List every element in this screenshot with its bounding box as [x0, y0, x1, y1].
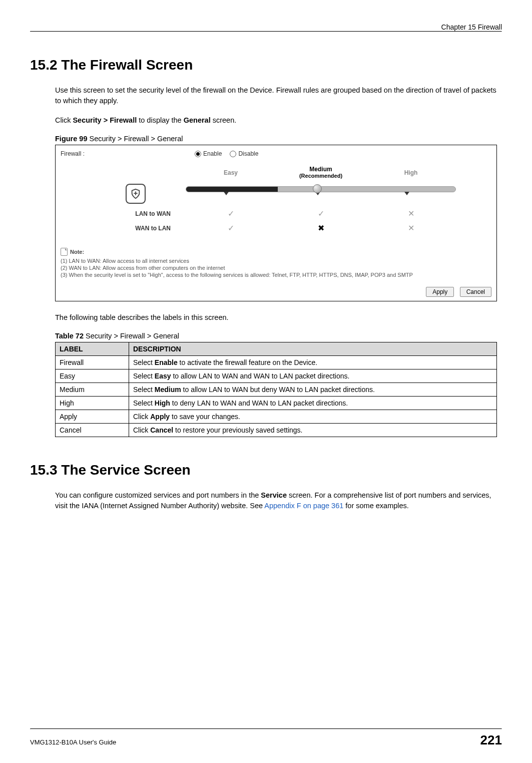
bold-term: High [155, 399, 170, 407]
radio-off-icon [230, 151, 236, 157]
cell-desc: Select Enable to activate the firewall f… [129, 356, 497, 369]
text: Select [133, 372, 155, 380]
figure-99-caption: Figure 99 Security > Firewall > General [30, 135, 502, 143]
table-row: Easy Select Easy to allow LAN to WAN and… [56, 369, 497, 383]
recommended-text: (Recommended) [276, 173, 366, 179]
screen-name-bold: General [184, 116, 211, 124]
medium-text: Medium [309, 166, 332, 173]
cell-desc: Click Cancel to restore your previously … [129, 424, 497, 437]
firewall-enable-radio[interactable]: Enable [195, 150, 222, 157]
cell-desc: Click Apply to save your changes. [129, 410, 497, 424]
header-rule [30, 31, 502, 32]
firewall-radio-group: Enable Disable [195, 150, 258, 157]
radio-on-icon [195, 151, 201, 157]
text: You can configure customized services an… [55, 491, 261, 499]
radio-label: Disable [238, 150, 258, 157]
security-level-slider[interactable] [186, 185, 456, 203]
section-15-2-para1: Use this screen to set the security leve… [30, 85, 502, 106]
text: Select [133, 386, 155, 394]
section-15-2-para2: Click Security > Firewall to display the… [30, 115, 502, 126]
footer-guide-name: VMG1312-B10A User's Guide [30, 738, 116, 746]
cell-desc: Select High to deny LAN to WAN and WAN t… [129, 397, 497, 410]
level-high-header: High [366, 169, 456, 176]
level-easy-header: Easy [186, 169, 276, 176]
text: Click [133, 413, 150, 421]
col-label: LABEL [56, 342, 129, 356]
section-15-2-title: 15.2 The Firewall Screen [30, 57, 502, 73]
note-line-1: (1) LAN to WAN: Allow access to all inte… [61, 258, 491, 264]
bold-term: Easy [155, 372, 171, 380]
section-15-3-title: 15.3 The Service Screen [30, 462, 502, 478]
cross-icon: ✖ [276, 223, 366, 233]
cell-label: Medium [56, 383, 129, 397]
text: Click [133, 426, 150, 434]
text: Select [133, 399, 155, 407]
table-number: Table 72 [55, 332, 84, 340]
check-icon: ✓ [276, 209, 366, 218]
firewall-disable-radio[interactable]: Disable [230, 150, 258, 157]
page-footer: VMG1312-B10A User's Guide 221 [30, 724, 502, 748]
text: to allow LAN to WAN and WAN to LAN packe… [171, 372, 350, 380]
footer-rule [30, 728, 502, 729]
lan-to-wan-label: LAN to WAN [86, 210, 186, 217]
table-row: Medium Select Medium to allow LAN to WAN… [56, 383, 497, 397]
bold-term: Apply [150, 413, 170, 421]
bold-term: Medium [155, 386, 181, 394]
table-72-caption: Table 72 Security > Firewall > General [30, 332, 502, 340]
cell-label: Easy [56, 369, 129, 383]
chapter-header: Chapter 15 Firewall [30, 20, 502, 31]
table-row: High Select High to deny LAN to WAN and … [56, 397, 497, 410]
cell-desc: Select Easy to allow LAN to WAN and WAN … [129, 369, 497, 383]
cell-label: Firewall [56, 356, 129, 369]
table-row: Apply Click Apply to save your changes. [56, 410, 497, 424]
level-medium-header: Medium (Recommended) [276, 166, 366, 179]
table-header-row: LABEL DESCRIPTION [56, 342, 497, 356]
after-figure-text: The following table describes the labels… [30, 312, 502, 323]
screen-name-bold: Service [261, 491, 287, 499]
figure-number: Figure 99 [55, 135, 87, 143]
note-line-2: (2) WAN to LAN: Allow access from other … [61, 265, 491, 271]
figure-99-panel: Firewall : Enable Disable Easy Medium (R… [55, 145, 497, 301]
cell-desc: Select Medium to allow LAN to WAN but de… [129, 383, 497, 397]
col-description: DESCRIPTION [129, 342, 497, 356]
cross-icon: ✕ [366, 223, 456, 233]
note-line-3: (3) When the security level is set to "H… [61, 272, 491, 278]
text: to allow LAN to WAN but deny WAN to LAN … [181, 386, 375, 394]
firewall-label: Firewall : [61, 150, 85, 157]
check-icon: ✓ [186, 209, 276, 218]
figure-note-block: Note: (1) LAN to WAN: Allow access to al… [61, 248, 491, 278]
apply-button[interactable]: Apply [426, 287, 454, 297]
text: to activate the firewall feature on the … [178, 358, 317, 366]
breadcrumb-bold: Security > Firewall [73, 116, 137, 124]
bold-term: Cancel [150, 426, 173, 434]
shield-icon [126, 184, 146, 204]
text: to deny LAN to WAN and WAN to LAN packet… [170, 399, 348, 407]
slider-tick-icon [224, 192, 229, 195]
table-title: Security > Firewall > General [84, 332, 179, 340]
check-icon: ✓ [186, 223, 276, 233]
table-72: LABEL DESCRIPTION Firewall Select Enable… [55, 342, 497, 437]
cell-label: Apply [56, 410, 129, 424]
cross-icon: ✕ [366, 209, 456, 218]
cancel-button[interactable]: Cancel [460, 287, 491, 297]
text: for some examples. [343, 502, 409, 510]
cell-label: High [56, 397, 129, 410]
table-row: Firewall Select Enable to activate the f… [56, 356, 497, 369]
appendix-f-link[interactable]: Appendix F on page 361 [264, 502, 343, 510]
page-number: 221 [480, 732, 502, 748]
text: to restore your previously saved setting… [173, 426, 302, 434]
note-page-icon [61, 248, 68, 256]
slider-tick-icon [404, 192, 409, 195]
figure-title: Security > Firewall > General [87, 135, 183, 143]
cell-label: Cancel [56, 424, 129, 437]
note-title: Note: [70, 249, 84, 255]
text: Click [55, 116, 73, 124]
table-row: Cancel Click Cancel to restore your prev… [56, 424, 497, 437]
text: to save your changes. [170, 413, 240, 421]
radio-label: Enable [203, 150, 222, 157]
text: Select [133, 358, 155, 366]
text: screen. [211, 116, 237, 124]
wan-to-lan-label: WAN to LAN [86, 225, 186, 232]
bold-term: Enable [155, 358, 178, 366]
section-15-3-para: You can configure customized services an… [30, 490, 502, 511]
